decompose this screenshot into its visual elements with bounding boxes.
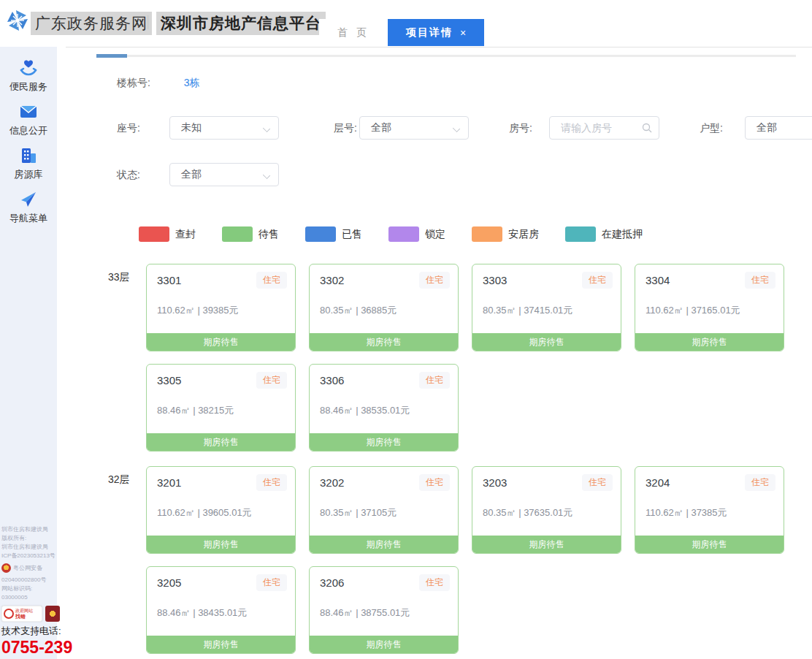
unit-grid: 3301住宅110.62㎡ | 39385元期房待售3302住宅80.35㎡ |… bbox=[146, 264, 797, 452]
unit-type-tag: 住宅 bbox=[419, 474, 450, 491]
unit-type-tag: 住宅 bbox=[419, 272, 450, 289]
unit-type-tag: 住宅 bbox=[582, 272, 613, 289]
legend-label: 已售 bbox=[342, 228, 362, 241]
unit-number: 3204 bbox=[646, 476, 670, 489]
security-record-label: 粤公网安备 bbox=[13, 564, 42, 573]
footer-badges: 政府网站找错 bbox=[1, 606, 72, 622]
horizontal-scrollbar-track[interactable] bbox=[96, 55, 796, 57]
unit-number: 3201 bbox=[157, 476, 181, 489]
huxing-label: 户型: bbox=[700, 116, 723, 140]
legend-swatch bbox=[472, 226, 502, 242]
unit-type-tag: 住宅 bbox=[419, 574, 450, 591]
building-icon bbox=[19, 146, 38, 165]
unit-card-3302[interactable]: 3302住宅80.35㎡ | 36885元期房待售 bbox=[309, 264, 459, 351]
unit-status-bar: 期房待售 bbox=[310, 433, 458, 451]
unit-area-price: 80.35㎡ | 37105元 bbox=[320, 506, 397, 519]
huxing-value: 全部 bbox=[757, 121, 777, 134]
unit-number: 3305 bbox=[157, 374, 181, 386]
unit-card-3305[interactable]: 3305住宅88.46㎡ | 38215元期房待售 bbox=[146, 364, 296, 452]
sidebar-item-building[interactable]: 房源库 bbox=[0, 146, 57, 181]
unit-number: 3206 bbox=[320, 576, 344, 589]
unit-card-3202[interactable]: 3202住宅80.35㎡ | 37105元期房待售 bbox=[309, 466, 459, 554]
unit-card-3304[interactable]: 3304住宅110.62㎡ | 37165.01元期房待售 bbox=[635, 264, 784, 351]
legend-item: 查封 bbox=[139, 226, 196, 242]
legend-swatch bbox=[565, 226, 596, 242]
sidebar-item-label: 便民服务 bbox=[0, 80, 57, 94]
legend-item: 锁定 bbox=[388, 226, 445, 242]
unit-card-3204[interactable]: 3204住宅110.62㎡ | 37385元期房待售 bbox=[635, 466, 784, 554]
unit-type-tag: 住宅 bbox=[745, 474, 775, 491]
legend-label: 待售 bbox=[258, 228, 279, 241]
unit-card-3206[interactable]: 3206住宅88.46㎡ | 38755.01元期房待售 bbox=[309, 566, 459, 654]
zhuangtai-value: 全部 bbox=[181, 168, 202, 181]
unit-type-tag: 住宅 bbox=[745, 272, 775, 289]
unit-area-price: 80.35㎡ | 37635.01元 bbox=[483, 506, 572, 519]
unit-area-price: 110.62㎡ | 39605.01元 bbox=[157, 506, 252, 519]
unit-card-3306[interactable]: 3306住宅88.46㎡ | 38535.01元期房待售 bbox=[309, 364, 459, 452]
legend-item: 安居房 bbox=[472, 226, 539, 242]
footer-line-0: 圳市住房和建设局 bbox=[1, 525, 72, 534]
page-footer: 圳市住房和建设局版权所有:圳市住房和建设局ICP备2023053213号 粤公网… bbox=[1, 525, 72, 658]
unit-number: 3303 bbox=[483, 274, 507, 286]
zhuangtai-label: 状态: bbox=[117, 163, 140, 186]
unit-card-3203[interactable]: 3203住宅80.35㎡ | 37635.01元期房待售 bbox=[472, 466, 621, 554]
cenghao-select[interactable]: 全部 bbox=[359, 116, 469, 140]
unit-number: 3306 bbox=[320, 374, 344, 386]
tab-project-detail[interactable]: 项目详情× bbox=[388, 19, 484, 46]
top-header: 广东政务服务网 | 深圳市房地产信息平台 首 页项目详情× bbox=[0, 0, 812, 47]
building-row: 楼栋号: 3栋 bbox=[117, 77, 200, 90]
huxing-select[interactable]: 全部 bbox=[745, 116, 812, 140]
legend-item: 在建抵押 bbox=[565, 226, 643, 242]
unit-number: 3301 bbox=[157, 274, 181, 286]
heart-hands-icon bbox=[19, 58, 38, 77]
gov-portal-logo-icon bbox=[6, 9, 29, 32]
unit-number: 3302 bbox=[320, 274, 344, 286]
sidebar-item-envelope[interactable]: 信息公开 bbox=[0, 102, 57, 137]
support-phone-number: 0755-239 bbox=[1, 638, 72, 658]
tab-close-icon[interactable]: × bbox=[460, 27, 466, 39]
legend-swatch bbox=[139, 226, 169, 242]
title-divider: | bbox=[146, 13, 150, 30]
unit-area-price: 110.62㎡ | 37165.01元 bbox=[646, 304, 740, 317]
unit-area-price: 80.35㎡ | 37415.01元 bbox=[483, 304, 572, 317]
sidebar-item-paper-plane[interactable]: 导航菜单 bbox=[0, 190, 57, 225]
certification-emblem-icon bbox=[49, 610, 56, 617]
floor-label: 33层 bbox=[108, 271, 130, 284]
security-record-row: 粤公网安备 bbox=[1, 563, 72, 573]
building-label: 楼栋号: bbox=[117, 77, 150, 88]
footer-line-3: ICP备2023053213号 bbox=[1, 552, 72, 560]
unit-status-bar: 期房待售 bbox=[147, 433, 295, 451]
zuohao-select[interactable]: 未知 bbox=[169, 116, 279, 140]
tab-label: 项目详情 bbox=[406, 26, 453, 39]
sidebar-item-heart-hands[interactable]: 便民服务 bbox=[0, 58, 57, 94]
status-legend: 查封待售已售锁定安居房在建抵押 bbox=[139, 226, 669, 242]
unit-grid: 3201住宅110.62㎡ | 39605.01元期房待售3202住宅80.35… bbox=[146, 466, 797, 654]
building-value-link[interactable]: 3栋 bbox=[184, 77, 200, 88]
horizontal-scrollbar-thumb[interactable] bbox=[96, 54, 127, 58]
unit-area-price: 110.62㎡ | 37385元 bbox=[646, 506, 727, 519]
legend-swatch bbox=[222, 226, 253, 242]
unit-status-bar: 期房待售 bbox=[635, 536, 784, 553]
zhuangtai-select[interactable]: 全部 bbox=[169, 163, 279, 186]
gov-site-certification-badge[interactable] bbox=[45, 606, 60, 622]
site-title: 深圳市房地产信息平台 bbox=[156, 12, 326, 35]
legend-swatch bbox=[305, 226, 336, 242]
unit-type-tag: 住宅 bbox=[256, 272, 287, 289]
tab-home[interactable]: 首 页 bbox=[319, 19, 388, 46]
unit-card-3301[interactable]: 3301住宅110.62㎡ | 39385元期房待售 bbox=[146, 264, 296, 351]
unit-card-3201[interactable]: 3201住宅110.62㎡ | 39605.01元期房待售 bbox=[146, 466, 296, 554]
unit-card-3303[interactable]: 3303住宅80.35㎡ | 37415.01元期房待售 bbox=[472, 264, 621, 351]
project-detail-panel: 楼栋号: 3栋 座号: 未知 层号: 全部 房号: 户型: 全部 状态: 全部 … bbox=[66, 47, 812, 659]
unit-number: 3202 bbox=[320, 476, 344, 489]
floor-section: 33层3301住宅110.62㎡ | 39385元期房待售3302住宅80.35… bbox=[146, 264, 797, 452]
chevron-down-icon bbox=[264, 172, 269, 178]
legend-label: 在建抵押 bbox=[602, 228, 643, 241]
unit-card-3205[interactable]: 3205住宅88.46㎡ | 38435.01元期房待售 bbox=[146, 566, 296, 654]
unit-status-bar: 期房待售 bbox=[147, 536, 295, 553]
envelope-icon bbox=[19, 102, 38, 121]
floor-label: 32层 bbox=[108, 473, 130, 487]
unit-number: 3205 bbox=[157, 576, 181, 589]
legend-label: 锁定 bbox=[425, 228, 445, 241]
sidebar-item-label: 信息公开 bbox=[0, 124, 57, 137]
site-error-report-badge[interactable]: 政府网站找错 bbox=[1, 606, 42, 622]
